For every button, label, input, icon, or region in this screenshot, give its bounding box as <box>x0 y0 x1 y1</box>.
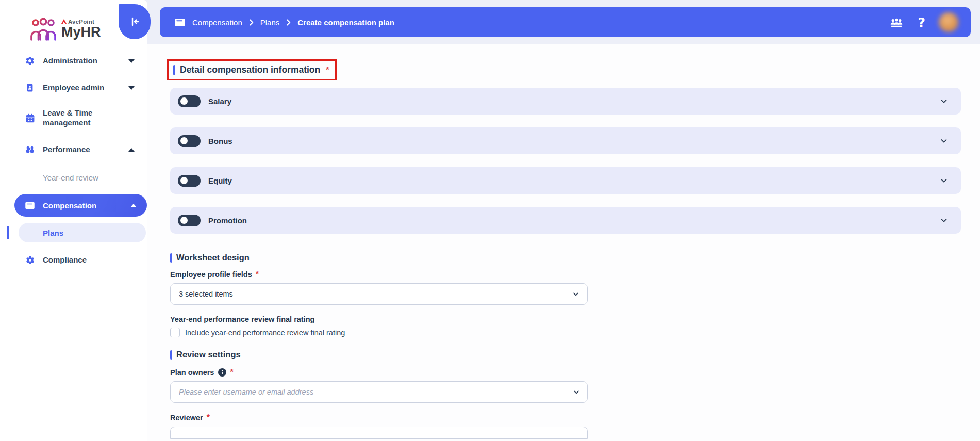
main-column: Compensation Plans Create compensation p… <box>147 0 980 441</box>
field-label-text: Employee profile fields <box>170 270 252 279</box>
chevron-down-icon[interactable] <box>939 216 949 225</box>
checkbox-label: Include year-end performance review fina… <box>185 329 345 337</box>
review-settings-heading: Review settings <box>170 350 980 360</box>
caret-down-icon <box>128 59 135 63</box>
section-heading-text: Review settings <box>176 350 241 360</box>
id-badge-icon <box>25 83 35 93</box>
section-heading-text: Worksheet design <box>176 253 250 263</box>
field-label-text: Reviewer <box>170 414 203 422</box>
sidebar-item-label: Compensation <box>43 201 96 210</box>
sidebar-item-label: Performance <box>43 145 120 155</box>
select-value: 3 selected items <box>179 290 233 298</box>
toggle-knob <box>180 177 188 184</box>
heading-accent-bar <box>170 253 172 263</box>
caret-up-icon <box>130 204 137 207</box>
chevron-right-icon <box>249 19 254 26</box>
chevron-right-icon <box>286 19 291 26</box>
user-avatar[interactable] <box>939 12 958 32</box>
required-asterisk: * <box>256 270 259 279</box>
sidebar-item-year-end-review[interactable]: Year-end review <box>0 164 147 191</box>
wallet-icon <box>174 17 186 28</box>
page-section-heading: Detail compensation information <box>180 64 320 75</box>
compensation-toggle-list: Salary Bonus Equity <box>170 88 961 234</box>
rating-label: Year-end performance review final rating <box>170 315 980 323</box>
sidebar-collapse-button[interactable] <box>119 4 151 39</box>
accordion-label: Promotion <box>208 216 247 225</box>
people-group-icon <box>889 15 904 29</box>
required-asterisk: * <box>207 413 210 422</box>
caret-down-icon <box>128 86 135 90</box>
include-rating-checkbox[interactable] <box>170 328 180 337</box>
sidebar-item-compensation[interactable]: Compensation <box>14 194 147 217</box>
toggle-knob <box>180 137 188 144</box>
toggle-knob <box>180 217 188 224</box>
toggle-knob <box>180 97 188 105</box>
required-asterisk: * <box>326 66 329 75</box>
myhr-people-logo-icon <box>30 17 57 41</box>
binoculars-icon <box>25 144 35 155</box>
equity-toggle[interactable] <box>178 175 201 187</box>
accordion-promotion[interactable]: Promotion <box>170 207 961 234</box>
sidebar-item-label: Year-end review <box>43 173 98 182</box>
employee-profile-fields-label: Employee profile fields * <box>170 270 980 279</box>
bonus-toggle[interactable] <box>178 135 201 147</box>
plan-owners-input[interactable] <box>170 381 588 403</box>
breadcrumb-item-plans[interactable]: Plans <box>260 18 280 27</box>
team-members-button[interactable] <box>889 15 904 29</box>
sidebar-item-administration[interactable]: Administration <box>0 47 147 74</box>
sidebar-item-label: Plans <box>43 228 63 237</box>
caret-up-icon <box>128 148 135 152</box>
sidebar-item-label: Administration <box>43 56 120 66</box>
active-indicator-bar <box>7 226 9 239</box>
chevron-down-icon[interactable] <box>939 176 949 185</box>
calendar-icon <box>25 113 35 123</box>
compliance-gear-icon <box>25 255 35 265</box>
accordion-label: Salary <box>208 97 231 106</box>
top-header-bar: Compensation Plans Create compensation p… <box>160 7 971 37</box>
sidebar-item-compliance[interactable]: Compliance <box>0 247 147 273</box>
sidebar-item-employee-admin[interactable]: Employee admin <box>0 74 147 101</box>
sidebar-item-label: Compliance <box>43 255 120 265</box>
sidebar-nav: Administration Employee admin Leave & Ti… <box>0 47 147 273</box>
reviewer-label: Reviewer * <box>170 413 980 422</box>
accordion-bonus[interactable]: Bonus <box>170 127 961 154</box>
required-asterisk: * <box>230 368 233 377</box>
sidebar-item-performance[interactable]: Performance <box>0 135 147 164</box>
heading-accent-bar <box>173 65 175 75</box>
product-wordmark: MyHR <box>61 25 101 39</box>
help-button[interactable]: ? <box>918 16 925 29</box>
field-label-text: Plan owners <box>170 368 214 377</box>
chevron-down-icon[interactable] <box>939 96 949 106</box>
employee-profile-fields-select[interactable]: 3 selected items <box>170 283 588 305</box>
worksheet-design-heading: Worksheet design <box>170 253 980 263</box>
content-panel: Detail compensation information * Salary… <box>147 44 980 441</box>
chevron-down-icon[interactable] <box>939 136 949 145</box>
accordion-label: Equity <box>208 176 232 185</box>
breadcrumb-item-compensation[interactable]: Compensation <box>192 18 242 27</box>
salary-toggle[interactable] <box>178 95 201 107</box>
annotation-highlight-box: Detail compensation information * <box>167 59 337 80</box>
rating-checkbox-row: Include year-end performance review fina… <box>170 328 980 337</box>
logo-texts: AvePoint MyHR <box>61 19 101 39</box>
avepoint-mark-icon <box>61 19 67 24</box>
collapse-left-icon <box>128 15 141 28</box>
gear-icon <box>25 56 35 66</box>
sidebar: AvePoint MyHR Administration Employee ad… <box>0 0 147 441</box>
accordion-salary[interactable]: Salary <box>170 88 961 115</box>
accordion-label: Bonus <box>208 137 232 145</box>
accordion-equity[interactable]: Equity <box>170 167 961 194</box>
header-actions: ? <box>889 12 958 32</box>
question-mark-icon: ? <box>918 16 925 29</box>
chevron-down-icon <box>572 381 580 403</box>
reviewer-input[interactable] <box>170 427 588 439</box>
sidebar-item-plans[interactable]: Plans <box>19 223 146 242</box>
promotion-toggle[interactable] <box>178 215 201 226</box>
info-icon[interactable] <box>218 368 226 377</box>
sidebar-item-label: Leave & Time management <box>43 108 120 128</box>
wallet-icon <box>25 200 35 210</box>
heading-accent-bar <box>170 350 172 360</box>
sidebar-item-leave-time-management[interactable]: Leave & Time management <box>0 101 147 135</box>
plan-owners-label: Plan owners * <box>170 368 980 377</box>
app-root: AvePoint MyHR Administration Employee ad… <box>0 0 980 441</box>
plan-owners-input-wrap <box>170 381 588 403</box>
